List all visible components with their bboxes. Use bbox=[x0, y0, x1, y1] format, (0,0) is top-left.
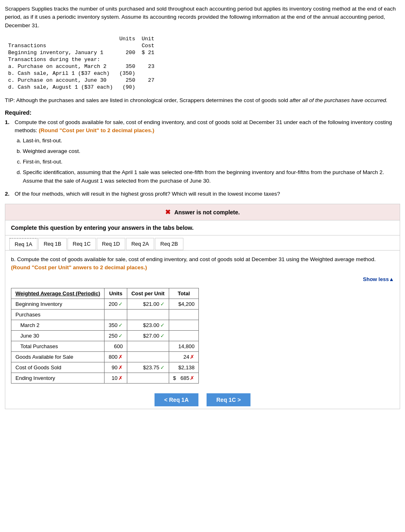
req-1b: Weighted average cost. bbox=[23, 147, 400, 155]
tab-req1c[interactable]: Req 1C bbox=[68, 238, 96, 250]
beg-inv-total: $4,200 bbox=[169, 299, 199, 309]
march2-cpu-check: ✓ bbox=[160, 322, 165, 328]
answer-header-text: Answer is not complete. bbox=[174, 209, 240, 216]
tip-text: TIP: Although the purchases and sales ar… bbox=[5, 96, 400, 105]
req-1-highlight: (Round "Cost per Unit" to 2 decimal plac… bbox=[39, 127, 154, 133]
data-table: Units Unit Transactions Cost Beginning i… bbox=[5, 35, 158, 91]
nav-buttons: < Req 1A Req 1C > bbox=[5, 389, 400, 409]
end-inv-units: 10✗ bbox=[105, 373, 127, 383]
june30-cpu: $27.00✓ bbox=[127, 330, 169, 341]
req-1c: First-in, first-out. bbox=[23, 158, 400, 166]
end-inv-total: $ 685✗ bbox=[169, 373, 199, 383]
total-purch-label: Total Purchases bbox=[11, 341, 105, 351]
end-inv-label: Ending Inventory bbox=[11, 373, 105, 383]
june30-units: 250✓ bbox=[105, 330, 127, 341]
req-2-num: 2. bbox=[5, 190, 12, 198]
required-label: Required: bbox=[5, 109, 400, 116]
cogs-cpu: $23.75✓ bbox=[127, 362, 169, 373]
unit-header: Unit bbox=[138, 35, 157, 42]
wa-table: Weighted Average Cost (Periodic) Units C… bbox=[11, 288, 199, 384]
table-row: Ending Inventory 10✗ $ 685✗ bbox=[11, 373, 199, 383]
req-1d: Specific identification, assuming that t… bbox=[23, 168, 400, 185]
row-c-label: c. Purchase on account, June 30 bbox=[5, 77, 116, 84]
cogs-units: 90✗ bbox=[105, 362, 127, 373]
row-b-units: (350) bbox=[116, 70, 138, 77]
march2-label: March 2 bbox=[11, 320, 105, 330]
row-b-label: b. Cash sale, April 1 ($37 each) bbox=[5, 70, 116, 77]
wa-table-title-header: Weighted Average Cost (Periodic) bbox=[11, 288, 105, 299]
tab-req1b[interactable]: Req 1B bbox=[38, 238, 66, 250]
beg-inv-label: Beginning Inventory bbox=[11, 299, 105, 309]
june30-total bbox=[169, 330, 199, 341]
table-row: Goods Available for Sale 800✗ 24✗ bbox=[11, 351, 199, 362]
question-desc: b. Compute the cost of goods available f… bbox=[5, 251, 400, 275]
june30-cpu-check: ✓ bbox=[160, 333, 165, 339]
complete-msg: Complete this question by entering your … bbox=[5, 220, 400, 235]
march2-units-check: ✓ bbox=[118, 322, 123, 328]
row-a-units: 350 bbox=[116, 63, 138, 70]
table-row: Beginning Inventory 200✓ $21.00✓ $4,200 bbox=[11, 299, 199, 309]
gafs-cpu bbox=[127, 351, 169, 362]
tab-req1a[interactable]: Req 1A bbox=[9, 238, 37, 250]
end-inv-units-x: ✗ bbox=[118, 375, 123, 381]
row-a-cost: 23 bbox=[138, 63, 157, 70]
row-d-label: d. Cash sale, August 1 ($37 each) bbox=[5, 84, 116, 91]
gafs-label: Goods Available for Sale bbox=[11, 351, 105, 362]
table-row: Purchases bbox=[11, 309, 199, 320]
row-a-label: a. Purchase on account, March 2 bbox=[5, 63, 116, 70]
row-beg-inv-cost: $ 21 bbox=[138, 49, 157, 56]
question-desc-text: b. Compute the cost of goods available f… bbox=[11, 256, 376, 262]
beg-inv-cpu-check: ✓ bbox=[160, 301, 165, 307]
gafs-units-x: ✗ bbox=[118, 354, 123, 360]
total-purch-units: 600 bbox=[105, 341, 127, 351]
units-header: Units bbox=[116, 35, 138, 42]
beg-inv-units-check: ✓ bbox=[118, 301, 123, 307]
required-section: Required: 1. Compute the cost of goods a… bbox=[5, 109, 400, 198]
table-row: Total Purchases 600 14,800 bbox=[11, 341, 199, 351]
wa-col-units-header: Units bbox=[105, 288, 127, 299]
cogs-units-x: ✗ bbox=[118, 364, 123, 371]
row-c-units: 250 bbox=[116, 77, 138, 84]
end-inv-cpu bbox=[127, 373, 169, 383]
march2-total bbox=[169, 320, 199, 330]
x-icon: ✖ bbox=[165, 209, 170, 216]
req-2-text: Of the four methods, which will result i… bbox=[15, 190, 280, 198]
june30-label: June 30 bbox=[11, 330, 105, 341]
question-highlight: (Round "Cost per Unit" anwers to 2 decim… bbox=[11, 264, 147, 270]
march2-cpu: $23.00✓ bbox=[127, 320, 169, 330]
req-item-2: 2. Of the four methods, which will resul… bbox=[5, 190, 400, 198]
prev-btn-label: < Req 1A bbox=[164, 397, 189, 403]
beg-inv-units: 200✓ bbox=[105, 299, 127, 309]
show-less-btn[interactable]: Show less▲ bbox=[363, 276, 394, 282]
wa-col-cpu-header: Cost per Unit bbox=[127, 288, 169, 299]
next-btn-label: Req 1C > bbox=[216, 397, 241, 403]
intro-text: Scrappers Supplies tracks the number of … bbox=[5, 5, 400, 30]
transactions-label: Transactions bbox=[5, 42, 116, 49]
show-less: Show less▲ bbox=[5, 275, 400, 284]
row-beg-inv-units: 200 bbox=[116, 49, 138, 56]
wa-table-container: Weighted Average Cost (Periodic) Units C… bbox=[5, 284, 400, 389]
total-purch-cpu bbox=[127, 341, 169, 351]
gafs-total-x: ✗ bbox=[190, 354, 194, 360]
march2-units: 350✓ bbox=[105, 320, 127, 330]
purchases-label: Purchases bbox=[11, 309, 105, 320]
req-1a: Last-in, first-out. bbox=[23, 137, 400, 145]
end-inv-total-x: ✗ bbox=[190, 375, 194, 381]
prev-btn[interactable]: < Req 1A bbox=[155, 393, 198, 406]
tab-req2b[interactable]: Req 2B bbox=[155, 238, 183, 250]
req-item-1: 1. Compute the cost of goods available f… bbox=[5, 118, 400, 188]
cogs-total: $2,138 bbox=[169, 362, 199, 373]
beg-inv-cpu: $21.00✓ bbox=[127, 299, 169, 309]
tab-req2a[interactable]: Req 2A bbox=[126, 238, 154, 250]
tab-req1d[interactable]: Req 1D bbox=[97, 238, 125, 250]
answer-header: ✖ Answer is not complete. bbox=[5, 204, 400, 220]
june30-units-check: ✓ bbox=[118, 333, 123, 339]
wa-col-total-header: Total bbox=[169, 288, 199, 299]
row-beg-inv-label: Beginning inventory, January 1 bbox=[5, 49, 116, 56]
answer-box: ✖ Answer is not complete. Complete this … bbox=[5, 204, 400, 409]
next-btn[interactable]: Req 1C > bbox=[207, 393, 250, 406]
units-label bbox=[116, 42, 138, 49]
tip-italic: after all of the purchases have occurred… bbox=[290, 97, 388, 103]
req-1-num: 1. bbox=[5, 118, 12, 188]
total-purch-total: 14,800 bbox=[169, 341, 199, 351]
